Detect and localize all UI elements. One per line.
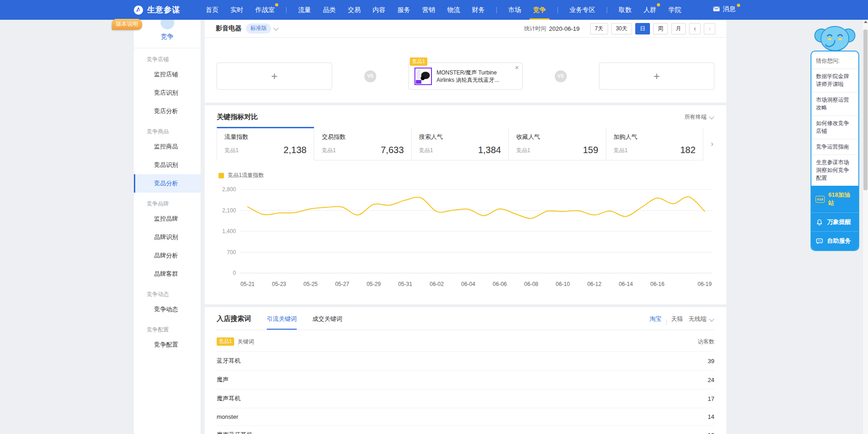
range-button-30d[interactable]: 30天 bbox=[611, 23, 632, 34]
visitors-column-header: 访客数 bbox=[698, 338, 714, 346]
nav-item[interactable]: 财务 bbox=[466, 0, 491, 20]
svg-text:05-31: 05-31 bbox=[398, 281, 412, 287]
stat-date: 2020-06-19 bbox=[549, 25, 580, 32]
filter-taobao[interactable]: 淘宝 bbox=[650, 315, 661, 330]
sidebar-item[interactable]: 监控商品 bbox=[134, 137, 201, 156]
add-product-card[interactable]: + bbox=[217, 63, 332, 90]
nav-item[interactable]: 流量 bbox=[292, 0, 317, 20]
add-product-card[interactable]: + bbox=[599, 63, 714, 90]
tab-transaction-keywords[interactable]: 成交关键词 bbox=[312, 315, 342, 330]
messages-button[interactable]: 消息 bbox=[713, 0, 740, 20]
chevron-left-icon[interactable]: ‹ bbox=[689, 23, 701, 34]
chevron-down-icon bbox=[709, 114, 714, 119]
nav-item[interactable]: 学院 bbox=[662, 0, 687, 20]
metrics-scroll-next[interactable]: › bbox=[711, 139, 713, 148]
metric-value: 7,633 bbox=[381, 145, 404, 154]
nav-item[interactable]: 人群 bbox=[638, 0, 662, 20]
filter-wireless[interactable]: 无线端 bbox=[689, 315, 714, 330]
sidebar-title[interactable]: 竞争 bbox=[134, 33, 201, 48]
category-name[interactable]: 影音电器 bbox=[216, 24, 241, 33]
nav-item[interactable]: 首页 bbox=[200, 0, 224, 20]
sidebar-item[interactable]: 品牌分析 bbox=[134, 246, 201, 265]
nav-item[interactable]: 取数 bbox=[613, 0, 638, 20]
sidebar-item[interactable]: 竞争动态 bbox=[134, 300, 201, 319]
keyword-cell: 魔声耳机 bbox=[217, 394, 241, 403]
table-row: 魔声24 bbox=[217, 370, 714, 389]
metric-card[interactable]: 收藏人气竞品1159 bbox=[509, 127, 606, 160]
metric-card[interactable]: 搜索人气竞品11,384 bbox=[412, 127, 509, 160]
visitors-cell: 13 bbox=[708, 432, 714, 434]
shortcut-item[interactable]: 618618加油站 bbox=[811, 186, 858, 212]
nav-item[interactable]: 市场 bbox=[502, 0, 527, 20]
range-button-day[interactable]: 日 bbox=[635, 23, 650, 34]
visitors-cell: 39 bbox=[708, 358, 714, 365]
svg-text:06-06: 06-06 bbox=[493, 281, 507, 287]
shortcut-item[interactable]: 万象提醒 bbox=[811, 212, 858, 231]
chevron-down-icon[interactable] bbox=[273, 25, 278, 30]
sidebar-item[interactable]: 竞店分析 bbox=[134, 102, 201, 120]
nav-item[interactable]: 品类 bbox=[317, 0, 342, 20]
sidebar-item[interactable]: 竞争配置 bbox=[134, 336, 201, 354]
nav-item[interactable]: 物流 bbox=[441, 0, 466, 20]
chat-icon bbox=[816, 237, 823, 245]
version-tag[interactable]: 版本说明 bbox=[112, 19, 142, 30]
sidebar-item[interactable]: 竞店识别 bbox=[134, 84, 201, 102]
nav-item[interactable]: 作战室 bbox=[249, 0, 281, 20]
nav-item[interactable]: 内容 bbox=[367, 0, 391, 20]
scrollbar[interactable] bbox=[862, 18, 868, 434]
range-button-month[interactable]: 月 bbox=[671, 23, 686, 34]
svg-text:05-29: 05-29 bbox=[367, 281, 381, 287]
svg-text:06-14: 06-14 bbox=[619, 281, 633, 287]
range-button-week[interactable]: 周 bbox=[653, 23, 668, 34]
metric-value: 182 bbox=[680, 145, 696, 154]
metric-card[interactable]: 交易指数竞品17,633 bbox=[314, 127, 411, 160]
visitors-cell: 14 bbox=[708, 413, 714, 420]
svg-text:2,100: 2,100 bbox=[222, 207, 236, 214]
svg-text:05-27: 05-27 bbox=[335, 281, 349, 287]
nav-item[interactable]: 业务专区 bbox=[563, 0, 601, 20]
metric-card[interactable]: 流量指数竞品12,138 bbox=[217, 127, 314, 160]
nav-item[interactable]: 营销 bbox=[416, 0, 441, 20]
app-logo[interactable]: 生意参谋 bbox=[133, 5, 180, 15]
legend-swatch bbox=[218, 173, 224, 178]
metric-label: 搜索人气 bbox=[419, 133, 501, 141]
assistant-question[interactable]: 市场洞察运营攻略 bbox=[811, 92, 858, 115]
sidebar-item[interactable]: 竞品分析 bbox=[134, 174, 201, 193]
keyword-column-header: 关键词 bbox=[237, 338, 254, 346]
metric-series-label: 竞品1 bbox=[614, 147, 628, 154]
nav-item[interactable]: 竞争 bbox=[527, 0, 552, 20]
svg-text:06-12: 06-12 bbox=[587, 281, 602, 287]
sidebar-group-label: 竞争商品 bbox=[134, 120, 201, 137]
store-search-keywords-card: 入店搜索词 引流关键词 成交关键词 淘宝 天猫 无线端 竞品1 关键词 访客数 … bbox=[205, 307, 726, 434]
metric-series-label: 竞品1 bbox=[419, 147, 433, 154]
assistant-question[interactable]: 数据学院金牌讲师开课啦 bbox=[811, 69, 858, 92]
ticket-618-icon: 618 bbox=[816, 196, 825, 203]
product-thumbnail bbox=[414, 68, 432, 85]
assistant-question[interactable]: 如何修改竞争店铺 bbox=[811, 115, 858, 139]
assistant-question[interactable]: 竞争运营指南 bbox=[811, 139, 858, 154]
nav-item[interactable]: 实时 bbox=[224, 0, 249, 20]
sidebar-item[interactable]: 品牌客群 bbox=[134, 265, 201, 283]
assistant-question[interactable]: 生意参谋市场洞察如何竞争配置 bbox=[811, 154, 858, 186]
chevron-right-icon[interactable]: › bbox=[704, 23, 715, 34]
scrollbar-thumb[interactable] bbox=[863, 29, 868, 190]
assistant-shortcuts: 618618加油站万象提醒自助服务 bbox=[811, 186, 858, 250]
terminal-filter[interactable]: 所有终端 bbox=[684, 113, 714, 121]
close-icon[interactable]: × bbox=[515, 64, 519, 71]
sidebar-item[interactable]: 监控品牌 bbox=[134, 210, 201, 228]
competitor-product-card[interactable]: 竞品1 MONSTER/魔声 Turbine Airlinks 涡轮真无线蓝牙.… bbox=[408, 63, 523, 90]
nav-item[interactable]: 交易 bbox=[342, 0, 367, 20]
sidebar-item[interactable]: 竞品识别 bbox=[134, 156, 201, 174]
visitors-cell: 24 bbox=[708, 377, 714, 383]
filter-tmall[interactable]: 天猫 bbox=[671, 315, 683, 330]
elephant-mascot[interactable] bbox=[814, 21, 856, 57]
tab-traffic-keywords[interactable]: 引流关键词 bbox=[267, 315, 297, 330]
metric-label: 流量指数 bbox=[224, 133, 306, 141]
nav-item[interactable]: 服务 bbox=[391, 0, 416, 20]
metric-card[interactable]: 加购人气竞品1182 bbox=[606, 127, 703, 160]
keyword-cell: monster bbox=[217, 413, 238, 420]
shortcut-item[interactable]: 自助服务 bbox=[811, 231, 858, 250]
sidebar-item[interactable]: 监控店铺 bbox=[134, 65, 201, 84]
range-button-7d[interactable]: 7天 bbox=[590, 23, 608, 34]
sidebar-item[interactable]: 品牌识别 bbox=[134, 228, 201, 246]
